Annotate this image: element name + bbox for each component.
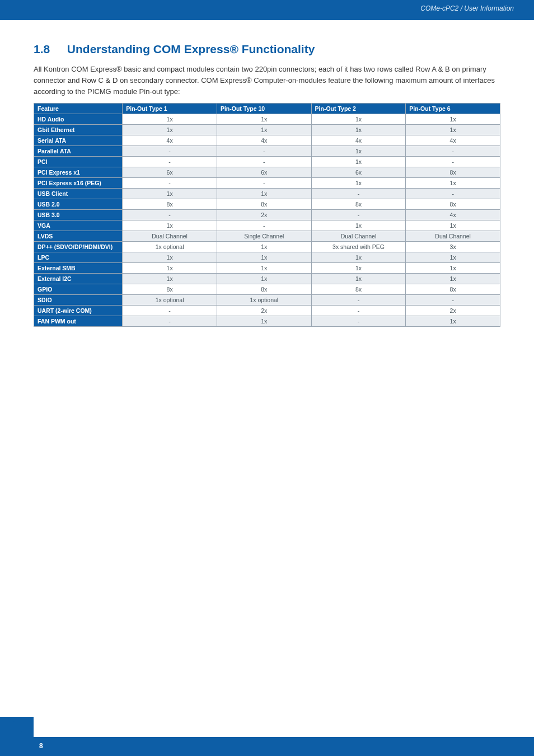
col-header-type6: Pin-Out Type 6 bbox=[406, 104, 500, 114]
table-row: Serial ATA4x4x4x4x bbox=[34, 135, 500, 146]
table-row: PCI--1x- bbox=[34, 157, 500, 167]
cell-t6: 3x bbox=[406, 242, 500, 252]
cell-t6: 1x bbox=[406, 125, 500, 135]
table-row: LPC1x1x1x1x bbox=[34, 252, 500, 263]
cell-t1: 1x bbox=[123, 125, 217, 135]
row-header: External I2C bbox=[34, 274, 123, 284]
cell-t2: - bbox=[311, 316, 406, 327]
row-header: USB 2.0 bbox=[34, 199, 123, 210]
cell-t6: - bbox=[406, 189, 500, 199]
row-header: DP++ (SDVO/DP/HDMI/DVI) bbox=[34, 242, 123, 252]
table-row: USB Client1x1x-- bbox=[34, 189, 500, 199]
cell-t1: 1x optional bbox=[123, 295, 217, 306]
cell-t6: 1x bbox=[406, 178, 500, 189]
cell-t10: 1x bbox=[217, 316, 311, 327]
cell-t10: 2x bbox=[217, 306, 311, 316]
page-number: 8 bbox=[39, 742, 43, 750]
cell-t10: - bbox=[217, 220, 311, 231]
cell-t2: 1x bbox=[311, 263, 406, 274]
row-header: PCI Express x16 (PEG) bbox=[34, 178, 123, 189]
row-header: External SMB bbox=[34, 263, 123, 274]
cell-t10: 2x bbox=[217, 210, 311, 220]
cell-t1: 1x bbox=[123, 263, 217, 274]
cell-t1: - bbox=[123, 157, 217, 167]
cell-t1: 8x bbox=[123, 284, 217, 295]
cell-t6: - bbox=[406, 295, 500, 306]
table-row: GPIO8x8x8x8x bbox=[34, 284, 500, 295]
row-header: PCI bbox=[34, 157, 123, 167]
table-row: PCI Express x16 (PEG)--1x1x bbox=[34, 178, 500, 189]
section-number: 1.8 bbox=[34, 43, 64, 56]
cell-t2: 1x bbox=[311, 274, 406, 284]
cell-t6: 4x bbox=[406, 210, 500, 220]
row-header: Parallel ATA bbox=[34, 146, 123, 157]
cell-t2: Dual Channel bbox=[311, 231, 406, 242]
cell-t2: 1x bbox=[311, 157, 406, 167]
table-row: External I2C1x1x1x1x bbox=[34, 274, 500, 284]
cell-t1: 1x bbox=[123, 189, 217, 199]
page-content: 1.8 Understanding COM Express® Functiona… bbox=[0, 20, 534, 327]
cell-t1: 1x optional bbox=[123, 242, 217, 252]
row-header: USB Client bbox=[34, 189, 123, 199]
cell-t6: 1x bbox=[406, 252, 500, 263]
row-header: USB 3.0 bbox=[34, 210, 123, 220]
cell-t2: - bbox=[311, 306, 406, 316]
footer-band: 8 bbox=[0, 737, 534, 756]
table-header-row: Feature Pin-Out Type 1 Pin-Out Type 10 P… bbox=[34, 104, 500, 114]
cell-t1: - bbox=[123, 146, 217, 157]
cell-t6: - bbox=[406, 157, 500, 167]
cell-t1: 4x bbox=[123, 135, 217, 146]
table-row: VGA1x-1x1x bbox=[34, 220, 500, 231]
row-header: LVDS bbox=[34, 231, 123, 242]
cell-t10: 1x bbox=[217, 274, 311, 284]
cell-t10: 1x bbox=[217, 114, 311, 125]
cell-t6: 1x bbox=[406, 114, 500, 125]
col-header-type2: Pin-Out Type 2 bbox=[311, 104, 406, 114]
cell-t2: 1x bbox=[311, 178, 406, 189]
table-row: Parallel ATA--1x- bbox=[34, 146, 500, 157]
cell-t2: 1x bbox=[311, 114, 406, 125]
cell-t6: 8x bbox=[406, 167, 500, 178]
table-row: DP++ (SDVO/DP/HDMI/DVI)1x optional1x3x s… bbox=[34, 242, 500, 252]
cell-t10: 1x bbox=[217, 263, 311, 274]
cell-t6: 1x bbox=[406, 316, 500, 327]
row-header: UART (2-wire COM) bbox=[34, 306, 123, 316]
row-header: HD Audio bbox=[34, 114, 123, 125]
row-header: SDIO bbox=[34, 295, 123, 306]
cell-t1: 1x bbox=[123, 274, 217, 284]
table-row: USB 2.08x8x8x8x bbox=[34, 199, 500, 210]
table-row: SDIO1x optional1x optional-- bbox=[34, 295, 500, 306]
cell-t10: 8x bbox=[217, 284, 311, 295]
cell-t2: 8x bbox=[311, 199, 406, 210]
cell-t10: - bbox=[217, 157, 311, 167]
cell-t2: 6x bbox=[311, 167, 406, 178]
cell-t10: Single Channel bbox=[217, 231, 311, 242]
cell-t10: - bbox=[217, 178, 311, 189]
cell-t1: - bbox=[123, 316, 217, 327]
cell-t1: 1x bbox=[123, 220, 217, 231]
cell-t2: 4x bbox=[311, 135, 406, 146]
table-row: USB 3.0-2x-4x bbox=[34, 210, 500, 220]
cell-t1: 6x bbox=[123, 167, 217, 178]
section-heading: 1.8 Understanding COM Express® Functiona… bbox=[34, 43, 500, 56]
cell-t1: 1x bbox=[123, 114, 217, 125]
cell-t10: 1x bbox=[217, 242, 311, 252]
cell-t1: - bbox=[123, 178, 217, 189]
section-title-text: Understanding COM Express® Functionality bbox=[67, 43, 315, 55]
cell-t10: - bbox=[217, 146, 311, 157]
cell-t6: 8x bbox=[406, 284, 500, 295]
col-header-type10: Pin-Out Type 10 bbox=[217, 104, 311, 114]
col-header-feature: Feature bbox=[34, 104, 123, 114]
cell-t10: 1x optional bbox=[217, 295, 311, 306]
cell-t10: 1x bbox=[217, 189, 311, 199]
cell-t6: - bbox=[406, 146, 500, 157]
table-row: Gbit Ethernet1x1x1x1x bbox=[34, 125, 500, 135]
cell-t2: 8x bbox=[311, 284, 406, 295]
table-row: HD Audio1x1x1x1x bbox=[34, 114, 500, 125]
table-row: FAN PWM out-1x-1x bbox=[34, 316, 500, 327]
cell-t6: 1x bbox=[406, 274, 500, 284]
cell-t1: 1x bbox=[123, 252, 217, 263]
col-header-type1: Pin-Out Type 1 bbox=[123, 104, 217, 114]
cell-t10: 1x bbox=[217, 252, 311, 263]
cell-t2: - bbox=[311, 189, 406, 199]
